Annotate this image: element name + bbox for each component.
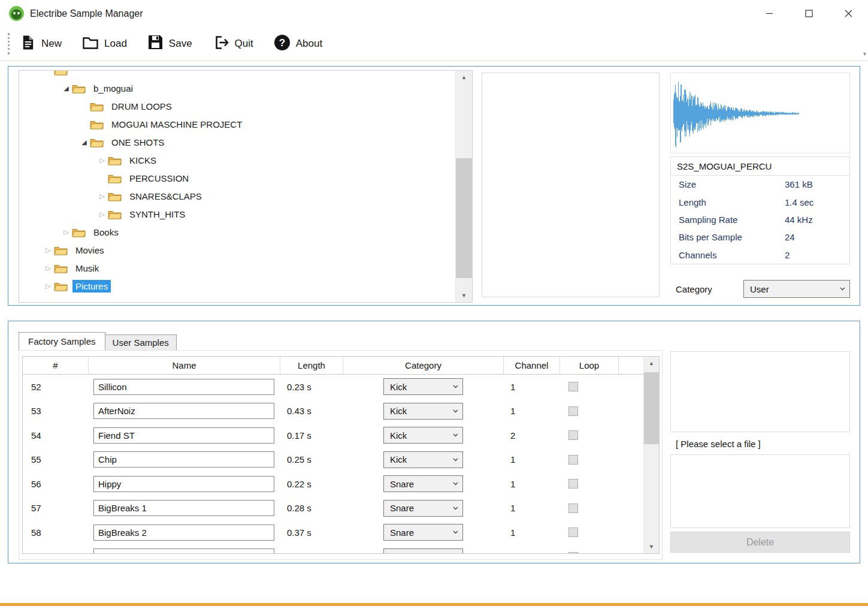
expand-arrow-icon[interactable]: ▷ [98,193,107,200]
sample-length: 0.25 s [280,454,343,465]
loop-checkbox[interactable] [568,504,578,513]
category-select[interactable]: Snare [383,524,463,541]
scroll-down-icon[interactable]: ▼ [644,540,659,553]
tree-item-snares-claps[interactable]: ▷SNARES&CLAPS [19,187,455,205]
tree-item-partial[interactable] [19,71,455,79]
expand-arrow-icon[interactable]: ▷ [98,157,107,164]
expand-arrow-icon[interactable]: ▷ [44,283,53,290]
about-button[interactable]: ? About [264,31,332,58]
expand-arrow-icon[interactable]: ▷ [44,265,53,272]
maximize-button[interactable] [789,0,828,27]
table-scrollbar[interactable]: ▲ ▼ [643,357,659,553]
category-cell: Kick [343,451,504,468]
chevron-down-icon [453,385,458,388]
save-button-label: Save [169,38,192,50]
collapse-arrow-icon[interactable]: ◢ [62,85,71,92]
category-select[interactable]: Snare [383,475,463,492]
loop-checkbox[interactable] [568,382,578,391]
loop-checkbox[interactable] [568,527,578,537]
table-scrollbar-thumb[interactable] [644,372,659,444]
tab-factory-samples[interactable]: Factory Samples [19,332,105,350]
tree-item-musik[interactable]: ▷Musik [19,259,455,277]
load-button[interactable]: Load [72,31,137,58]
tree-item-pictures[interactable]: ▷Pictures [19,277,455,295]
chevron-down-icon [453,409,458,413]
tree-item-movies[interactable]: ▷Movies [19,241,455,259]
collapse-arrow-icon[interactable]: ◢ [80,139,89,146]
tree-item-one-shots[interactable]: ◢ONE SHOTS [19,133,455,151]
toolbar-overflow-icon[interactable]: ▾ [863,51,866,57]
scroll-up-icon[interactable]: ▲ [644,357,659,370]
sample-number: 55 [23,454,89,465]
sample-name-input[interactable] [93,524,274,541]
tree-item-percussion[interactable]: PERCUSSION [19,169,455,187]
sample-name-input[interactable] [93,451,274,468]
expand-arrow-icon[interactable]: ▷ [98,211,107,218]
expand-arrow-icon[interactable]: ▷ [44,247,53,254]
delete-button[interactable]: Delete [670,532,850,553]
sample-channel: 1 [504,454,560,465]
tree-item-label: b_moguai [90,82,136,95]
folder-icon [72,227,86,237]
loop-checkbox[interactable] [568,406,578,416]
waveform-box [670,73,850,153]
sample-name: S2S_MOGUAI_PERCU [671,157,849,176]
tree-item-b-moguai[interactable]: ◢b_moguai [19,79,455,97]
sample-name-input[interactable] [93,548,274,553]
loop-checkbox[interactable] [568,479,578,489]
category-cell: Kick [343,403,504,420]
sample-number: 57 [23,503,89,513]
minimize-button[interactable] [749,0,789,27]
column-header-channel: Channel [504,357,560,374]
column-header-length: Length [280,357,343,374]
sample-name-input[interactable] [93,500,274,516]
chevron-down-icon [453,433,458,437]
name-cell [89,379,280,395]
loop-checkbox[interactable] [568,552,578,553]
new-button[interactable]: New [10,31,72,58]
file-list-panel[interactable] [482,73,660,297]
category-select[interactable]: User [743,280,850,298]
tree-item-synth-hits[interactable]: ▷SYNTH_HITS [19,205,455,223]
scroll-down-icon[interactable]: ▼ [456,289,472,302]
info-value: 44 kHz [785,215,813,225]
category-select[interactable]: Snare [383,500,463,517]
save-button[interactable]: Save [137,31,202,57]
scroll-up-icon[interactable]: ▲ [456,71,472,84]
tree-scrollbar-thumb[interactable] [456,158,472,278]
table-row: 580.37 sSnare1 [23,520,643,545]
tree-item-moguai-maschine-project[interactable]: MOGUAI MASCHINE PROJECT [19,115,455,133]
window-border-bottom [0,603,868,606]
category-select[interactable] [383,548,463,553]
sample-number: 54 [23,430,89,441]
tree-item-label: Pictures [72,280,111,293]
tree-item-books[interactable]: ▷Books [19,223,455,241]
loop-checkbox[interactable] [568,430,578,440]
category-value: Kick [390,382,407,392]
sample-name-input[interactable] [93,379,274,395]
sample-channel: 1 [504,406,560,416]
name-cell [89,500,280,516]
tab-user-samples[interactable]: User Samples [105,334,177,350]
loop-checkbox[interactable] [568,455,578,465]
sample-name-input[interactable] [93,476,274,492]
tree-item-kicks[interactable]: ▷KICKS [19,151,455,169]
category-select[interactable]: Kick [383,378,463,395]
table-header: #NameLengthCategoryChannelLoop [23,357,643,375]
quit-button[interactable]: Quit [202,31,264,58]
expand-arrow-icon[interactable]: ▷ [62,229,71,236]
name-cell [89,403,280,419]
sample-name-input[interactable] [93,427,274,444]
category-select[interactable]: Kick [383,451,463,468]
tree-item-drum-loops[interactable]: DRUM LOOPS [19,97,455,115]
sample-name-input[interactable] [93,403,274,419]
info-row-size: Size361 kB [671,176,849,193]
tree-scrollbar[interactable]: ▲ ▼ [455,71,472,302]
status-bar: Factory Samples [403/403]: User Samples … [0,563,868,606]
category-select[interactable]: Kick [383,403,463,420]
table-body: 520.23 sKick1530.43 sKick1540.17 sKick25… [23,375,643,553]
name-cell [89,548,280,553]
sample-info-rows: Size361 kBLength1.4 secSampling Rate44 k… [671,176,849,264]
category-select[interactable]: Kick [383,427,463,444]
close-button[interactable] [828,0,868,27]
